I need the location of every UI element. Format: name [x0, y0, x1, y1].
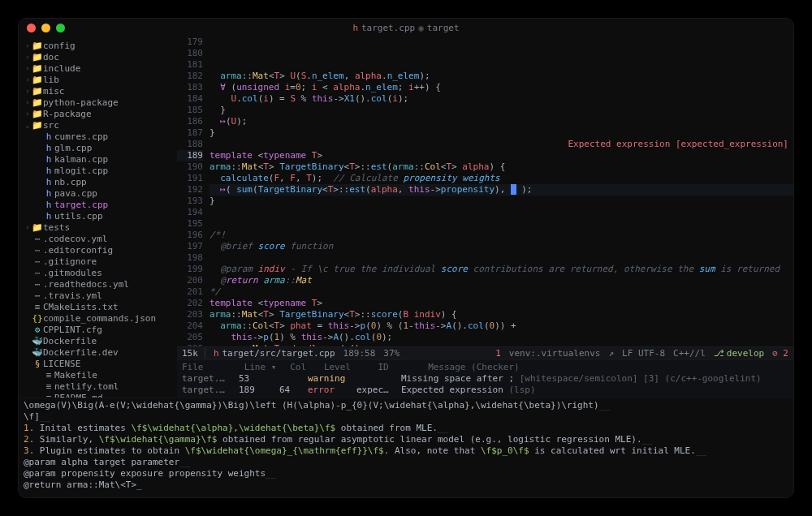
zoom-icon[interactable] — [56, 24, 65, 32]
tree-file[interactable]: hcumres.cpp — [19, 131, 177, 142]
code-line[interactable]: calculate(F, F, T); // Calculate propens… — [209, 173, 793, 184]
code-line[interactable]: */ — [209, 286, 793, 298]
tree-file[interactable]: ⋯.editorconfig — [19, 244, 177, 256]
file-icon: § — [32, 359, 43, 369]
tree-file[interactable]: 🐳Dockerfile — [19, 335, 177, 346]
file-icon: ⋯ — [32, 256, 43, 267]
title-project: target — [427, 23, 460, 33]
flycheck-row[interactable]: target.…53warningMissing space after ; [… — [182, 373, 788, 385]
tree-folder[interactable]: ›📁doc — [19, 51, 177, 62]
code-line[interactable]: ∀ (unsigned i=0; i < alpha.n_elem; i++) … — [209, 82, 793, 93]
flycheck-row[interactable]: target.…18964errorexpec…Expected express… — [182, 385, 788, 396]
line-number-gutter: 1791801811821831841851861871881891901911… — [177, 37, 209, 346]
code-line[interactable]: arma::Mat<T> TargetBinary<T>::score(B in… — [209, 309, 793, 320]
code-line[interactable]: } — [209, 127, 793, 139]
tree-file[interactable]: {}compile_commands.json — [19, 312, 177, 324]
code-line[interactable] — [209, 218, 793, 230]
doc-line: \f]__ — [24, 411, 788, 423]
flycheck-error-list[interactable]: File Line ▾ Col Level ID Message (Checke… — [177, 359, 793, 398]
file-icon: ⋯ — [32, 234, 43, 244]
tree-file[interactable]: ⋯.gitignore — [19, 256, 177, 267]
file-icon: h — [43, 154, 54, 165]
tree-item-label: CPPLINT.cfg — [43, 325, 102, 335]
code-line[interactable]: arma::Col<T> phat = this->p(0) % (1-this… — [209, 320, 793, 332]
code-line[interactable]: template <typename T> — [209, 150, 793, 161]
tree-folder[interactable]: ›📁include — [19, 62, 177, 74]
code-line[interactable] — [209, 252, 793, 264]
file-icon: h — [43, 200, 54, 210]
tree-folder[interactable]: ›📁config — [19, 40, 177, 51]
tree-file[interactable]: ⋯.travis.yml — [19, 290, 177, 301]
code-line[interactable]: /*! — [209, 230, 793, 241]
doc-line: 1. Inital estimates \f$\widehat{\alpha},… — [24, 423, 788, 434]
file-icon: h — [43, 211, 54, 221]
tree-file[interactable]: hkalman.cpp — [19, 153, 177, 165]
code-line[interactable]: arma::Mat<T> U(S.n_elem, alpha.n_elem); — [209, 71, 793, 82]
location-icon: ↗ — [608, 348, 614, 359]
code-line[interactable]: @param indiv - If \c true the individual… — [209, 264, 793, 275]
tree-file[interactable]: htarget.cpp — [19, 199, 177, 210]
tree-item-label: doc — [43, 52, 59, 62]
tree-folder[interactable]: ›📁lib — [19, 74, 177, 85]
tree-item-label: Dockerfile — [43, 336, 97, 346]
code-line[interactable]: ↦(U); — [209, 116, 793, 127]
code-line[interactable] — [209, 207, 793, 218]
tree-file[interactable]: ⋯.readthedocs.yml — [19, 278, 177, 290]
tree-item-label: config — [43, 41, 76, 51]
code-line[interactable]: template <typename T> — [209, 298, 793, 309]
code-area[interactable]: 1791801811821831841851861871881891901911… — [177, 37, 793, 346]
file-icon: ⋯ — [32, 268, 43, 278]
tree-file[interactable]: 🐳Dockerfile.dev — [19, 346, 177, 358]
tree-item-label: lib — [43, 75, 59, 85]
code-line[interactable]: U.col(i) = S % this->X1().col(i); — [209, 93, 793, 105]
inline-error: Expected expression [expected_expression… — [568, 139, 788, 150]
doc-line: @param alpha target parameter__ — [24, 457, 788, 468]
tree-item-label: .travis.yml — [43, 290, 102, 301]
tree-folder[interactable]: ›📁tests — [19, 221, 177, 233]
tree-file[interactable]: ≡CMakeLists.txt — [19, 301, 177, 312]
code-line[interactable]: } — [209, 196, 793, 207]
tree-item-label: .gitmodules — [43, 268, 102, 278]
tree-item-label: glm.cpp — [54, 143, 92, 153]
buffer-size: 15k — [182, 348, 205, 359]
tree-file[interactable]: ≡README.md — [19, 392, 177, 398]
tree-file[interactable]: ≡Makefile — [19, 369, 177, 381]
code-content[interactable]: Expected expression [expected_expression… — [209, 37, 793, 346]
file-icon: ⚙ — [32, 325, 43, 335]
encoding: LF UTF-8 — [622, 348, 665, 359]
file-icon: h — [43, 188, 54, 199]
tree-file[interactable]: hmlogit.cpp — [19, 165, 177, 176]
tree-folder[interactable]: ›📁misc — [19, 85, 177, 97]
tree-file[interactable]: hglm.cpp — [19, 142, 177, 153]
tree-file[interactable]: §LICENSE — [19, 358, 177, 369]
file-tree[interactable]: ›📁config›📁doc›📁include›📁lib›📁misc›📁pytho… — [19, 37, 177, 398]
window-controls — [27, 24, 65, 32]
tree-file[interactable]: hutils.cpp — [19, 210, 177, 221]
code-line[interactable]: @brief score function — [209, 241, 793, 252]
code-line[interactable]: arma::Mat<T> dp_dlp = dp(); — [209, 343, 793, 346]
code-line[interactable]: } — [209, 105, 793, 116]
tree-folder[interactable]: ›📁R-package — [19, 108, 177, 119]
code-line[interactable]: this->p(1) % this->A().col(0); — [209, 332, 793, 343]
tree-file[interactable]: ≡netlify.toml — [19, 381, 177, 392]
venv-indicator: venv:.virtualenvs — [509, 348, 601, 359]
folder-icon: 📁 — [32, 75, 43, 85]
tree-item-label: misc — [43, 86, 65, 97]
code-line[interactable]: arma::Mat<T> TargetBinary<T>::est(arma::… — [209, 161, 793, 173]
tree-item-label: Dockerfile.dev — [43, 347, 119, 358]
tree-folder[interactable]: ›📁python-package — [19, 97, 177, 108]
tree-folder[interactable]: ⌄📁src — [19, 119, 177, 131]
folder-icon: 📁 — [32, 109, 43, 119]
minimize-icon[interactable] — [41, 24, 50, 32]
tree-file[interactable]: ⋯.gitmodules — [19, 267, 177, 278]
code-line[interactable]: @return arma::Mat — [209, 275, 793, 286]
tree-file[interactable]: ⋯.codecov.yml — [19, 233, 177, 244]
close-icon[interactable] — [27, 24, 36, 32]
tree-file[interactable]: hpava.cpp — [19, 187, 177, 199]
code-line[interactable]: ↦( sum(TargetBinary<T>::est(alpha, this-… — [209, 184, 793, 196]
tree-item-label: nb.cpp — [54, 177, 87, 187]
modeline: 15k htarget/src/target.cpp 189:58 37% 1 … — [177, 346, 793, 359]
tree-file[interactable]: hnb.cpp — [19, 176, 177, 187]
tree-file[interactable]: ⚙CPPLINT.cfg — [19, 324, 177, 335]
documentation-pane[interactable]: \omega(V)\Big(A-e(V;\widehat{\gamma})\Bi… — [19, 398, 793, 497]
